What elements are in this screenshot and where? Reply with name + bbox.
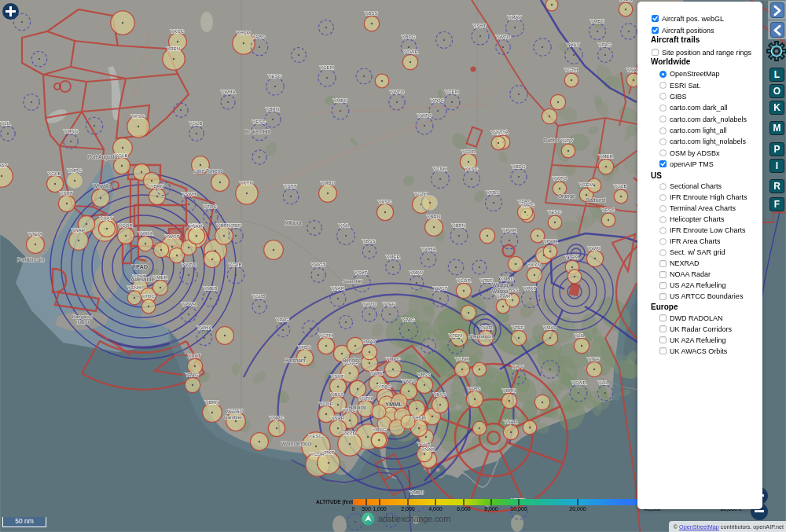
svg-text:YNAR: YNAR xyxy=(504,419,518,424)
svg-text:YWHA: YWHA xyxy=(421,246,436,251)
svg-text:YIVL: YIVL xyxy=(339,222,350,228)
svg-text:YNAR: YNAR xyxy=(479,325,493,330)
svg-text:Orange: Orange xyxy=(558,193,575,200)
svg-text:YBRN: YBRN xyxy=(427,214,440,219)
svg-text:YGLB: YGLB xyxy=(229,262,242,267)
svg-text:Gambier: Gambier xyxy=(224,415,242,420)
svg-text:YFBS: YFBS xyxy=(518,199,531,204)
svg-text:YMER: YMER xyxy=(153,274,167,280)
svg-text:YPWR: YPWR xyxy=(182,301,196,306)
svg-text:YWGT: YWGT xyxy=(311,262,326,267)
svg-text:YBRN: YBRN xyxy=(217,222,230,228)
svg-text:YCEM: YCEM xyxy=(445,89,459,94)
svg-text:YWGT: YWGT xyxy=(433,285,448,291)
svg-text:YGTH: YGTH xyxy=(414,191,428,196)
svg-text:YPKT: YPKT xyxy=(188,353,200,358)
svg-text:YLIL: YLIL xyxy=(1,120,11,126)
svg-text:Mount: Mount xyxy=(226,409,240,414)
svg-text:Adelaide: Adelaide xyxy=(130,276,156,283)
svg-text:YHAY: YHAY xyxy=(0,163,7,168)
svg-text:YKSC: YKSC xyxy=(378,199,391,204)
svg-text:Port Lincoln: Port Lincoln xyxy=(17,257,45,262)
svg-text:YMAV: YMAV xyxy=(410,270,424,275)
svg-text:Island: Island xyxy=(76,320,89,325)
svg-text:YSHT: YSHT xyxy=(284,183,297,189)
svg-text:YTOC: YTOC xyxy=(204,204,218,209)
svg-text:YBRN: YBRN xyxy=(452,222,465,228)
svg-text:YTEM: YTEM xyxy=(565,254,578,259)
svg-text:YMBU: YMBU xyxy=(410,490,424,495)
svg-text:YGLB: YGLB xyxy=(614,183,627,189)
svg-text:YWHA: YWHA xyxy=(138,230,153,236)
svg-text:YPAD: YPAD xyxy=(132,263,149,270)
svg-text:YKSC: YKSC xyxy=(465,166,478,171)
svg-text:YFBS: YFBS xyxy=(298,344,310,350)
svg-text:YTOC: YTOC xyxy=(141,293,156,299)
svg-text:Dubbo: Dubbo xyxy=(544,138,560,143)
svg-text:YSHT: YSHT xyxy=(354,270,368,275)
svg-text:YLIL: YLIL xyxy=(598,380,608,385)
svg-text:YWKI: YWKI xyxy=(370,370,383,376)
svg-text:YBSS: YBSS xyxy=(417,372,431,377)
svg-text:YMNG: YMNG xyxy=(64,128,79,134)
svg-text:YNAR: YNAR xyxy=(421,446,435,452)
svg-text:YKSC: YKSC xyxy=(171,28,184,34)
svg-text:YHSM: YHSM xyxy=(412,415,426,420)
svg-text:YNAR: YNAR xyxy=(189,223,203,229)
svg-text:YMBU: YMBU xyxy=(321,180,335,185)
svg-text:YPAG: YPAG xyxy=(598,42,612,47)
svg-text:YBRN: YBRN xyxy=(205,399,219,405)
svg-text:Warrnambool: Warrnambool xyxy=(281,441,312,446)
svg-text:YGLB: YGLB xyxy=(252,293,266,299)
svg-text:YMAV: YMAV xyxy=(543,325,557,330)
svg-text:YKYN: YKYN xyxy=(527,262,541,267)
svg-text:YNAR: YNAR xyxy=(72,227,86,233)
svg-text:YPAG: YPAG xyxy=(276,317,289,322)
svg-text:YBSS: YBSS xyxy=(433,391,446,397)
svg-text:YHSM: YHSM xyxy=(237,30,251,35)
svg-text:YLIL: YLIL xyxy=(575,332,585,338)
svg-text:YWKI: YWKI xyxy=(588,245,601,251)
svg-text:YGLB: YGLB xyxy=(417,441,431,446)
svg-text:YWTO: YWTO xyxy=(182,262,196,267)
svg-text:YGLB: YGLB xyxy=(189,120,203,126)
svg-text:Ballarat: Ballarat xyxy=(349,405,366,410)
svg-text:YTYA: YTYA xyxy=(496,129,509,134)
svg-text:YFBS: YFBS xyxy=(252,34,265,39)
svg-text:YGTH: YGTH xyxy=(358,395,372,401)
svg-text:YMBU: YMBU xyxy=(500,276,514,281)
svg-text:YMBU: YMBU xyxy=(590,18,604,24)
svg-text:YGLB: YGLB xyxy=(48,171,61,176)
svg-text:YESC: YESC xyxy=(268,73,281,79)
svg-text:YESC: YESC xyxy=(548,209,561,215)
svg-text:YMER: YMER xyxy=(599,153,613,159)
svg-text:YTEF: YTEF xyxy=(229,222,241,228)
svg-text:YBRN: YBRN xyxy=(150,183,163,189)
svg-text:YWHA: YWHA xyxy=(221,89,236,94)
svg-text:YBSS: YBSS xyxy=(362,238,376,244)
svg-text:YTEM: YTEM xyxy=(449,332,462,338)
svg-text:YCOR: YCOR xyxy=(457,277,471,283)
svg-text:Broken Hill: Broken Hill xyxy=(245,129,270,134)
svg-text:YCNK: YCNK xyxy=(433,166,447,171)
svg-text:YCNK: YCNK xyxy=(455,356,469,361)
svg-text:Wagga: Wagga xyxy=(492,288,509,295)
svg-text:YMPC: YMPC xyxy=(68,167,82,173)
svg-text:YTEF: YTEF xyxy=(480,277,493,283)
svg-text:YKSC: YKSC xyxy=(131,113,145,119)
svg-text:YTEF: YTEF xyxy=(383,301,395,306)
svg-text:YWTO: YWTO xyxy=(402,378,417,383)
svg-text:YKYN: YKYN xyxy=(343,431,356,436)
svg-text:YPAG: YPAG xyxy=(378,383,391,389)
svg-text:YBSS: YBSS xyxy=(331,391,344,397)
svg-text:YGTH: YGTH xyxy=(564,67,578,72)
svg-text:YNAR: YNAR xyxy=(331,415,345,420)
svg-text:YSHT: YSHT xyxy=(331,373,344,379)
svg-text:YFBS: YFBS xyxy=(487,189,499,195)
svg-text:YCWR: YCWR xyxy=(571,380,586,385)
svg-text:Shepparton: Shepparton xyxy=(468,334,493,339)
svg-text:Kangaroo: Kangaroo xyxy=(72,314,94,319)
svg-text:YCOR: YCOR xyxy=(319,401,333,406)
svg-text:YMEB: YMEB xyxy=(204,285,218,291)
svg-text:YWGT: YWGT xyxy=(165,233,180,239)
